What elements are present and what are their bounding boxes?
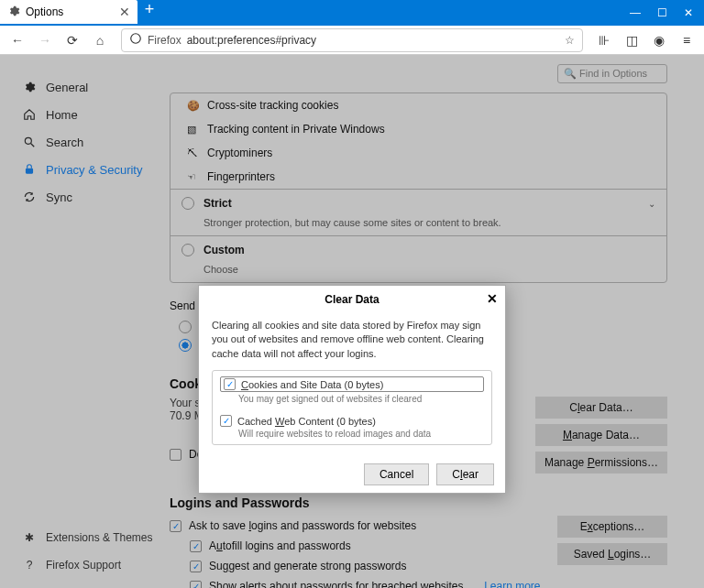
maximize-button[interactable]: ☐ [657,6,667,19]
cached-content-checkbox[interactable] [220,415,232,427]
forward-button[interactable]: → [33,28,57,52]
cookies-sitedata-checkbox[interactable] [224,378,236,390]
browser-tab[interactable]: Options ✕ [0,0,138,24]
home-button[interactable]: ⌂ [88,28,112,52]
dialog-clear-button[interactable]: Clear [436,463,494,485]
firefox-icon [129,32,142,48]
dialog-cancel-button[interactable]: Cancel [364,463,429,485]
url-prefix: Firefox [148,34,182,47]
dialog-description: Clearing all cookies and site data store… [212,319,492,361]
browser-toolbar: ← → ⟳ ⌂ Firefox about:preferences#privac… [0,26,704,55]
bookmark-star-icon[interactable]: ☆ [565,34,575,47]
new-tab-button[interactable]: + [138,0,161,26]
back-button[interactable]: ← [6,28,29,52]
svg-point-0 [131,34,141,44]
menu-icon[interactable]: ≡ [675,28,698,52]
gear-icon [7,5,20,20]
url-text: about:preferences#privacy [187,34,316,47]
reload-button[interactable]: ⟳ [60,28,84,52]
account-icon[interactable]: ◉ [647,28,671,52]
url-bar[interactable]: Firefox about:preferences#privacy ☆ [121,28,583,52]
dialog-title: Clear Data [324,293,379,306]
close-window-button[interactable]: ✕ [684,6,693,19]
dialog-close-button[interactable]: ✕ [487,291,498,306]
window-titlebar: Options ✕ + — ☐ ✕ [0,0,704,26]
sidebar-icon[interactable]: ◫ [620,28,644,52]
clear-data-dialog: Clear Data ✕ Clearing all cookies and si… [198,285,506,494]
minimize-button[interactable]: — [630,6,641,19]
close-tab-icon[interactable]: ✕ [119,5,130,19]
tab-title: Options [26,5,63,18]
library-icon[interactable]: ⊪ [592,28,616,52]
